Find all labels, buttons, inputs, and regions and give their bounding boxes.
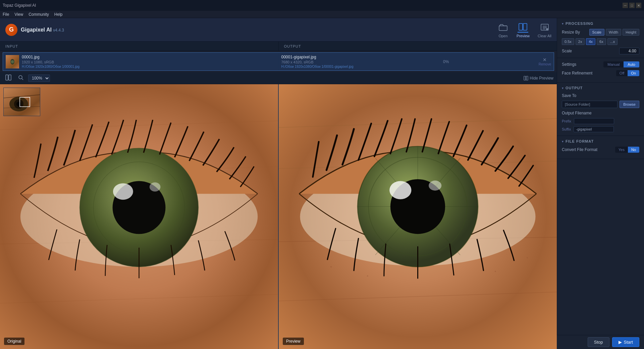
thumbnail-navigator[interactable] [3, 88, 40, 116]
settings-auto-option[interactable]: Auto [624, 61, 639, 67]
scale-value-input[interactable] [619, 48, 639, 54]
menubar: File View Community Help [0, 11, 644, 18]
prefix-label: Prefix [562, 119, 571, 123]
input-column-header: INPUT [0, 42, 279, 51]
app-name-version: Gigapixel AI v4.4.3 [21, 27, 64, 33]
scale-4x-button[interactable]: 4x [586, 38, 595, 45]
app-version: v4.4.3 [53, 28, 64, 33]
thumb-nav-inner [4, 88, 40, 116]
remove-file-button[interactable]: ✕ Remove [539, 57, 551, 66]
resize-by-row: Resize By Scale Width Height [562, 29, 639, 36]
scale-2x-button[interactable]: 2x [576, 38, 585, 45]
face-refinement-on[interactable]: On [628, 70, 639, 76]
save-to-row: Browse [562, 101, 639, 108]
convert-toggle: Yes No [615, 147, 639, 153]
face-refinement-off[interactable]: Off [616, 70, 628, 76]
file-row[interactable]: 00001.jpg 1920 x 1080, sRGB H:/Обои 1920… [3, 52, 554, 71]
open-icon [498, 22, 508, 33]
start-button[interactable]: ▶ Start [612, 337, 639, 347]
preview-button[interactable]: Preview [517, 22, 530, 38]
file-info-right: 00001-gigapixel.jpg 7680 x 4320, sRGB H:… [281, 55, 354, 68]
start-play-icon: ▶ [619, 340, 622, 345]
settings-label: Settings [562, 62, 576, 67]
save-to-label: Save To [562, 93, 576, 98]
svg-rect-14 [526, 76, 528, 80]
svg-point-32 [113, 183, 133, 200]
file-progress: 0% [443, 59, 449, 64]
settings-section: Settings Manual Auto Face Refinement Off… [557, 58, 644, 83]
preview-upscaled: Preview [278, 84, 557, 349]
resize-height-button[interactable]: Height [623, 29, 639, 36]
prefix-input[interactable] [574, 118, 614, 124]
svg-point-11 [19, 76, 22, 79]
scale-btn-group: 0.5x 2x 4x 6x ...x [562, 38, 639, 45]
svg-rect-9 [6, 75, 8, 80]
scale-custom-button[interactable]: ...x [607, 38, 618, 45]
original-eye-svg [0, 84, 278, 349]
stop-button[interactable]: Stop [588, 337, 609, 347]
file-output-info: 00001-gigapixel.jpg 7680 x 4320, sRGB H:… [279, 53, 554, 70]
svg-rect-1 [519, 23, 523, 30]
top-area: G Gigapixel AI v4.4.3 Open [0, 18, 557, 42]
titlebar-title: Topaz Gigapixel AI [3, 3, 36, 8]
right-sidebar: ▾ PROCESSING Resize By Scale Width Heigh… [557, 18, 644, 349]
menu-help[interactable]: Help [54, 12, 63, 17]
menu-community[interactable]: Community [29, 12, 49, 17]
bottom-bar: Stop ▶ Start [557, 335, 644, 349]
file-thumbnail [6, 55, 19, 68]
scale-row: Scale [562, 48, 639, 54]
face-refinement-toggle: Off On [616, 70, 639, 76]
split-view-button[interactable] [3, 74, 13, 83]
resize-scale-button[interactable]: Scale [589, 29, 605, 36]
resize-btn-group: Scale Width Height [589, 29, 639, 36]
clear-all-button[interactable]: Clear All [538, 22, 551, 38]
maximize-button[interactable]: □ [629, 3, 635, 8]
menu-file[interactable]: File [3, 12, 9, 17]
zoom-select[interactable]: 100% 50% 200% Fit [28, 74, 50, 82]
save-to-input[interactable] [562, 101, 618, 108]
svg-point-40 [367, 275, 368, 277]
settings-manual-option[interactable]: Manual [603, 61, 624, 67]
prefix-row: Prefix [562, 118, 639, 124]
settings-toggle: Manual Auto [603, 61, 639, 67]
svg-rect-2 [523, 23, 527, 30]
scale-6x-button[interactable]: 6x [597, 38, 606, 45]
input-dims: 1920 x 1080, sRGB [22, 60, 79, 64]
output-column-header: OUTPUT [279, 42, 557, 51]
convert-no-option[interactable]: No [628, 147, 639, 153]
convert-yes-option[interactable]: Yes [615, 147, 628, 153]
output-chevron[interactable]: ▾ [562, 86, 564, 90]
svg-point-56 [429, 181, 441, 191]
menu-view[interactable]: View [14, 12, 23, 17]
svg-line-12 [22, 79, 23, 80]
processing-section: ▾ PROCESSING Resize By Scale Width Heigh… [557, 18, 644, 58]
app-name: Gigapixel AI [21, 27, 53, 33]
processing-title: PROCESSING [566, 21, 593, 26]
svg-point-55 [389, 181, 411, 199]
original-label: Original [4, 338, 24, 345]
scale-label: Scale [562, 49, 572, 53]
columns-header: INPUT OUTPUT [0, 42, 557, 51]
suffix-input[interactable] [574, 126, 614, 132]
main-layout: G Gigapixel AI v4.4.3 Open [0, 18, 644, 349]
scale-0-5x-button[interactable]: 0.5x [562, 38, 574, 45]
browse-button[interactable]: Browse [620, 101, 639, 108]
processing-chevron[interactable]: ▾ [562, 22, 564, 26]
open-button[interactable]: Open [498, 22, 508, 38]
minimize-button[interactable]: ─ [623, 3, 628, 8]
files-list: 00001.jpg 1920 x 1080, sRGB H:/Обои 1920… [0, 51, 557, 72]
hide-preview-button[interactable]: Hide Preview [524, 76, 553, 81]
file-format-section: ▾ FILE FORMAT Convert File Format Yes No [557, 136, 644, 159]
file-format-chevron[interactable]: ▾ [562, 140, 564, 143]
titlebar-left: Topaz Gigapixel AI [3, 3, 36, 8]
file-input-info: 00001.jpg 1920 x 1080, sRGB H:/Обои 1920… [3, 53, 279, 70]
output-path: H:/Обои 1920x1080/Обои 1/00001-gigapixel… [281, 65, 354, 68]
file-format-header: ▾ FILE FORMAT [562, 139, 639, 143]
resize-width-button[interactable]: Width [606, 29, 621, 36]
zoom-button[interactable] [16, 74, 25, 82]
input-filename: 00001.jpg [22, 55, 79, 59]
preview-content: Original [0, 84, 557, 349]
app-logo-area: G Gigapixel AI v4.4.3 [0, 18, 80, 41]
clear-all-icon [539, 22, 550, 33]
close-button[interactable]: ✕ [636, 3, 641, 8]
